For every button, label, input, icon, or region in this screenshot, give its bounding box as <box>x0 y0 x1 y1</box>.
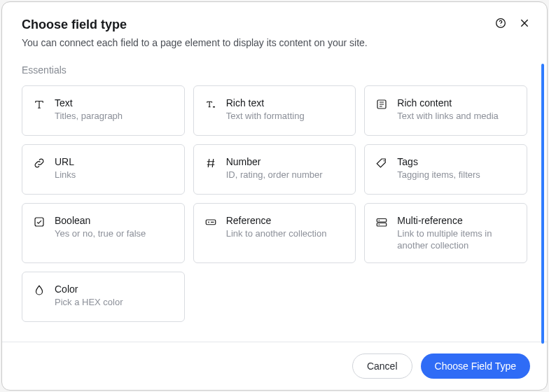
card-desc: Pick a HEX color <box>55 296 174 309</box>
card-title: Number <box>226 155 346 168</box>
card-desc: Links <box>55 169 174 181</box>
tags-icon <box>375 156 389 170</box>
card-desc: Link to multiple items in another collec… <box>397 227 517 252</box>
card-title: Boolean <box>55 214 174 227</box>
svg-point-3 <box>384 160 385 161</box>
reference-icon <box>204 215 218 229</box>
card-title: Tags <box>397 155 517 168</box>
cancel-button[interactable]: Cancel <box>352 354 412 379</box>
card-title: Rich content <box>397 97 517 109</box>
svg-point-10 <box>379 224 380 225</box>
section-label-essentials: Essentials <box>22 64 527 76</box>
modal-title: Choose field type <box>22 18 527 32</box>
multi-reference-icon <box>375 215 389 229</box>
card-title: Text <box>55 97 174 109</box>
card-title: Rich text <box>226 97 346 109</box>
field-card-reference[interactable]: Reference Link to another collection <box>193 203 356 263</box>
card-body: Rich content Text with links and media <box>397 97 517 122</box>
number-icon <box>204 156 218 170</box>
card-body: Rich text Text with formatting <box>226 97 346 122</box>
svg-point-1 <box>500 25 501 26</box>
field-card-boolean[interactable]: Boolean Yes or no, true or false <box>22 203 185 263</box>
card-desc: Yes or no, true or false <box>55 227 174 240</box>
text-icon <box>32 97 46 111</box>
card-title: Reference <box>226 214 346 227</box>
rich-content-icon <box>375 97 389 111</box>
url-icon <box>32 156 46 170</box>
card-desc: Text with formatting <box>226 110 346 122</box>
modal-header: Choose field type You can connect each f… <box>2 2 547 60</box>
color-icon <box>32 284 46 298</box>
card-body: Tags Tagging items, filters <box>397 155 517 181</box>
card-desc: Tagging items, filters <box>397 169 517 181</box>
card-body: Reference Link to another collection <box>226 214 346 240</box>
card-body: URL Links <box>55 155 174 181</box>
card-desc: Titles, paragraph <box>55 110 174 122</box>
svg-rect-7 <box>377 218 387 222</box>
card-body: Boolean Yes or no, true or false <box>55 214 174 240</box>
header-actions <box>495 18 530 29</box>
card-title: URL <box>55 155 174 168</box>
field-type-grid: Text Titles, paragraph Rich text Text wi… <box>22 85 527 322</box>
svg-point-6 <box>208 221 209 223</box>
svg-rect-8 <box>377 223 387 226</box>
modal-body[interactable]: Essentials Text Titles, paragraph Rich t… <box>2 60 547 342</box>
card-title: Color <box>55 283 174 295</box>
card-title: Multi-reference <box>397 214 517 227</box>
choose-field-type-modal: Choose field type You can connect each f… <box>1 1 548 391</box>
help-icon[interactable] <box>495 18 506 29</box>
close-icon[interactable] <box>519 18 530 29</box>
card-desc: Text with links and media <box>397 110 517 122</box>
field-card-color[interactable]: Color Pick a HEX color <box>22 272 185 322</box>
card-desc: Link to another collection <box>226 227 346 240</box>
field-card-number[interactable]: Number ID, rating, order number <box>193 144 356 195</box>
field-card-tags[interactable]: Tags Tagging items, filters <box>364 144 527 195</box>
svg-rect-4 <box>35 218 43 226</box>
modal-subtitle: You can connect each field to a page ele… <box>22 36 527 50</box>
card-body: Multi-reference Link to multiple items i… <box>397 214 517 252</box>
field-card-rich-text[interactable]: Rich text Text with formatting <box>193 85 356 136</box>
field-card-rich-content[interactable]: Rich content Text with links and media <box>364 85 527 136</box>
field-card-url[interactable]: URL Links <box>22 144 185 195</box>
field-card-text[interactable]: Text Titles, paragraph <box>22 85 185 136</box>
boolean-icon <box>32 215 46 229</box>
svg-point-9 <box>379 220 380 221</box>
card-desc: ID, rating, order number <box>226 169 346 181</box>
scrollbar[interactable] <box>541 64 544 344</box>
choose-field-type-button[interactable]: Choose Field Type <box>421 354 530 379</box>
modal-footer: Cancel Choose Field Type <box>2 342 547 390</box>
field-card-multi-reference[interactable]: Multi-reference Link to multiple items i… <box>364 203 527 263</box>
card-body: Text Titles, paragraph <box>55 97 174 122</box>
card-body: Number ID, rating, order number <box>226 155 346 181</box>
rich-text-icon <box>204 97 218 111</box>
card-body: Color Pick a HEX color <box>55 283 174 309</box>
